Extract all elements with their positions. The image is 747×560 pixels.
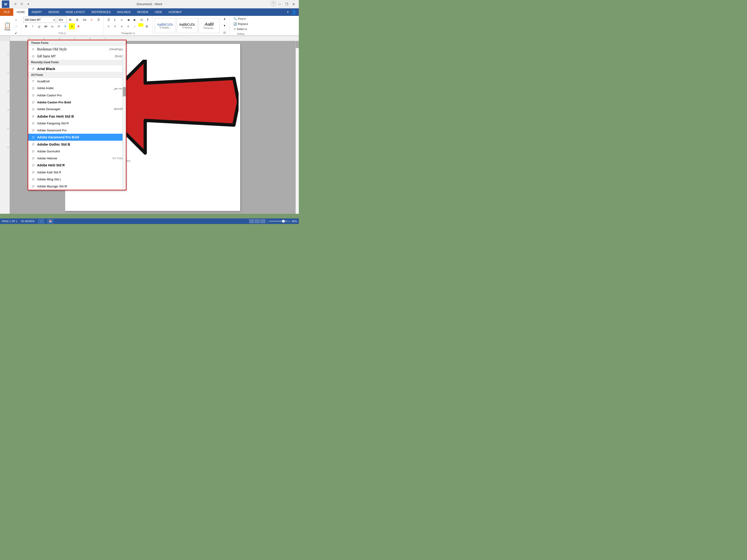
font-item-adobe-caslon[interactable]: O Adobe Caslon Pro [28, 92, 126, 99]
superscript-button[interactable]: x² [56, 23, 62, 29]
font-item-arial-black[interactable]: O Arial Black [28, 65, 126, 72]
font-type-icon-adobe-caslon: O [31, 93, 35, 97]
dropdown-scrollbar-thumb[interactable] [123, 87, 126, 96]
justify-button[interactable]: ≡ [125, 23, 131, 29]
font-item-adobe-garamond-bold[interactable]: O Adobe Garamond Pro Bold [28, 134, 126, 141]
find-button[interactable]: 🔍 Find ▾ [232, 17, 249, 21]
help-button[interactable]: ? [271, 1, 276, 6]
font-type-icon-adobe-kaiti: O [31, 170, 35, 174]
font-item-adobe-ming[interactable]: O Adobe Ming Std L [28, 176, 126, 183]
format-painter-button[interactable]: 🖌 [13, 30, 19, 36]
tab-mailings[interactable]: MAILINGS [114, 8, 134, 16]
layout-icon: 📅 [49, 220, 52, 222]
vertical-scrollbar[interactable] [295, 41, 299, 214]
minimize-button[interactable]: ─ [276, 1, 283, 7]
font-item-adobe-heiti[interactable]: O Adobe Heiti Std R [28, 162, 126, 169]
font-color-button[interactable]: A [75, 23, 81, 29]
styles-up-button[interactable]: ▲ [222, 16, 228, 22]
tab-file[interactable]: FILE [0, 8, 13, 16]
align-right-button[interactable]: ≡ [119, 23, 125, 29]
strikethrough-button[interactable]: ab [43, 23, 49, 29]
borders-button[interactable]: ⊞ [144, 23, 150, 29]
quick-access-more-button[interactable]: ▾ [25, 1, 31, 7]
font-item-adobe-gurmukhi[interactable]: O Adobe Gurmukhi [28, 148, 126, 155]
user-account-icon[interactable]: 👤 [291, 9, 297, 15]
font-item-acadEref[interactable]: T AcadEref [28, 78, 126, 85]
underline-button[interactable]: U [36, 23, 42, 29]
font-item-adobe-garamond[interactable]: O Adobe Garamond Pro [28, 127, 126, 134]
tab-acrobat[interactable]: ACROBAT [165, 8, 185, 16]
decrease-indent-button[interactable]: ◀ [125, 17, 131, 23]
zoom-track[interactable] [269, 221, 288, 222]
increase-indent-button[interactable]: ▶ [132, 17, 138, 23]
dropdown-scrollbar[interactable] [123, 54, 126, 190]
font-item-adobe-devanagari[interactable]: O Adobe Devanagari देवनागारी [28, 106, 126, 113]
zoom-minus-button[interactable]: - [267, 220, 268, 222]
align-center-button[interactable]: ≡ [112, 23, 118, 29]
view-web-button[interactable] [260, 219, 265, 223]
shading-button[interactable] [138, 23, 143, 27]
zoom-plus-button[interactable]: + [288, 220, 290, 222]
cut-button[interactable]: ✂ [13, 17, 19, 23]
clear-formatting-button[interactable]: A [88, 17, 95, 23]
align-left-button[interactable]: ≡ [105, 23, 111, 29]
font-item-adobe-arabic[interactable]: O Adobe Arabic أيجد هوز [28, 85, 126, 92]
text-effects-button[interactable]: A [62, 23, 69, 29]
font-grow-button[interactable]: A+ [68, 17, 74, 23]
styles-more-button[interactable]: ⊡ [222, 30, 228, 36]
restore-button[interactable]: ❐ [283, 1, 290, 7]
italic-button[interactable]: I [30, 23, 36, 29]
tab-view[interactable]: VIEW [152, 8, 165, 16]
subscript-button[interactable]: x₂ [49, 23, 55, 29]
ribbon-collapse-button[interactable]: ▾ [285, 9, 291, 15]
close-button[interactable]: ✕ [290, 1, 297, 7]
font-item-adobe-myungjo[interactable]: O Adobe Myungjo Std M [28, 183, 126, 190]
tab-insert[interactable]: INSERT [28, 8, 45, 16]
font-shrink-button[interactable]: A- [75, 17, 80, 23]
tab-references[interactable]: REFERENCES [88, 8, 114, 16]
copy-button[interactable]: 📄 [13, 23, 19, 29]
undo-button[interactable]: ↺ [12, 1, 18, 7]
font-item-adobe-caslon-bold[interactable]: O Adobe Caslon Pro Bold [28, 99, 126, 106]
font-item-adobe-kaiti[interactable]: O Adobe Kaiti Std R [28, 169, 126, 176]
proofing-button[interactable]: ✓ [38, 219, 44, 223]
tab-review[interactable]: REVIEW [134, 8, 151, 16]
text-highlight-button[interactable]: A [69, 23, 75, 29]
replace-button[interactable]: 🔄 Replace [232, 22, 249, 26]
font-name-selector[interactable]: Gill Sans MT ▾ [23, 17, 56, 23]
style-header[interactable]: AaBbCcDc ¶ Header... [155, 18, 176, 33]
change-case-button[interactable]: Aa [81, 17, 87, 23]
style-normal[interactable]: AaBbCcDc ¶ Normal [177, 18, 198, 33]
paste-button[interactable]: 📋 Paste [2, 21, 13, 32]
redo-button[interactable]: ↻ [19, 1, 25, 7]
font-item-gillsans[interactable]: O Gill Sans MT (Body) [28, 53, 126, 60]
tab-page-layout[interactable]: PAGE LAYOUT [62, 8, 88, 16]
tab-design[interactable]: DESIGN [45, 8, 62, 16]
scrollbar-thumb[interactable] [296, 41, 299, 48]
style-personal-preview: AaBl [205, 22, 213, 27]
format-options-button[interactable]: ☰ [96, 17, 102, 23]
numbering-button[interactable]: 1. [112, 17, 118, 23]
view-full-button[interactable] [255, 219, 260, 223]
view-print-button[interactable] [249, 219, 254, 223]
tab-home[interactable]: HOME [13, 8, 28, 16]
layout-button[interactable]: 📅 [48, 219, 53, 223]
line-spacing-button[interactable]: ↕ [132, 23, 138, 29]
font-item-adobe-fangsong[interactable]: O Adobe Fangsong Std R [28, 120, 126, 127]
sort-button[interactable]: ↕A [138, 17, 144, 23]
font-item-adobe-gothic[interactable]: O Adobe Gothic Std B [28, 141, 126, 148]
font-item-adobe-hebrew[interactable]: O Adobe Hebrew אבגד הוז [28, 155, 126, 162]
font-size-selector[interactable]: 10 ▾ [57, 17, 67, 23]
zoom-thumb[interactable] [282, 220, 285, 222]
bullets-button[interactable]: ☰ [105, 17, 111, 23]
font-name-adobe-fan-heiti: Adobe Fan Heiti Std B [37, 114, 123, 118]
font-item-bookman[interactable]: O Bookman Old Style (Headings) [28, 46, 126, 53]
bold-button[interactable]: B [23, 23, 29, 29]
show-formatting-button[interactable]: ¶ [145, 17, 151, 23]
multilevel-list-button[interactable]: ≡ [119, 17, 125, 23]
select-button[interactable]: ↗ Select ▾ [232, 27, 249, 31]
font-item-adobe-fan-heiti[interactable]: O Adobe Fan Heiti Std B [28, 113, 126, 120]
style-personal[interactable]: AaBl Personal... [199, 18, 220, 33]
styles-down-button[interactable]: ▼ [222, 23, 228, 29]
font-group-label: Font ⊡ [23, 31, 102, 34]
